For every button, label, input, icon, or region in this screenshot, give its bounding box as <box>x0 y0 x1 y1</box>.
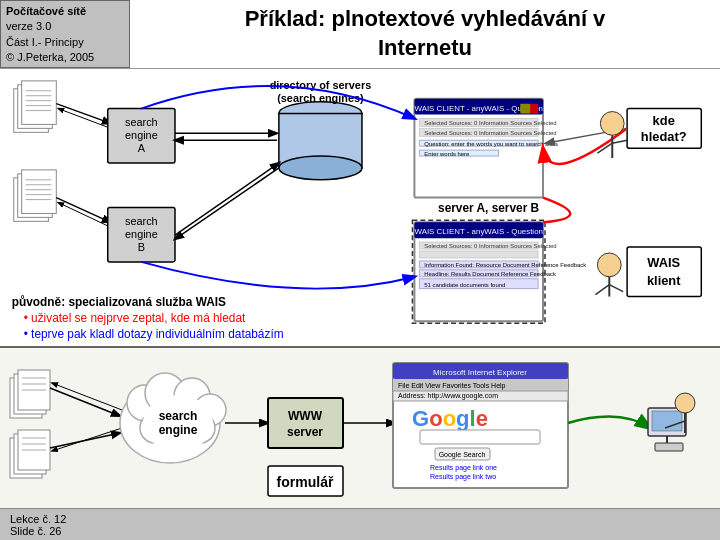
svg-text:Information Found: Resource Do: Information Found: Resource Document Ref… <box>424 262 586 268</box>
svg-text:Selected Sources: 0 Informatio: Selected Sources: 0 Information Sources … <box>424 130 556 136</box>
svg-text:(search engines): (search engines) <box>277 92 364 104</box>
svg-rect-49 <box>520 104 530 114</box>
svg-text:hledat?: hledat? <box>641 129 687 144</box>
svg-text:WAIS: WAIS <box>647 255 680 270</box>
bottom-diagram: search engine WWW server Microsoft Inter… <box>0 348 720 508</box>
svg-text:klient: klient <box>647 273 681 288</box>
svg-text:WAIS CLIENT - anyWAIS - Questi: WAIS CLIENT - anyWAIS - Question <box>414 227 542 236</box>
top-diagram: search engine A search engine B director… <box>0 68 720 348</box>
svg-line-74 <box>612 140 627 143</box>
svg-point-30 <box>279 156 362 180</box>
slide-info: Lekce č. 12 Slide č. 26 <box>10 513 66 537</box>
svg-text:formulář: formulář <box>277 474 334 490</box>
svg-line-94 <box>50 388 120 416</box>
svg-rect-55 <box>419 251 538 258</box>
svg-rect-109 <box>268 398 343 448</box>
svg-text:původně: specializovaná služba: původně: specializovaná služba WAIS <box>12 295 226 309</box>
info-version: verze 3.0 <box>6 19 124 34</box>
svg-line-17 <box>56 198 110 223</box>
svg-text:B: B <box>138 241 145 253</box>
svg-text:Microsoft Internet Explorer: Microsoft Internet Explorer <box>433 368 527 377</box>
svg-text:Headline: Results Document Ref: Headline: Results Document Reference Fee… <box>424 271 556 277</box>
svg-text:engine: engine <box>125 129 158 141</box>
svg-line-16 <box>56 104 110 124</box>
svg-text:Enter words here: Enter words here <box>424 151 470 157</box>
svg-text:51 candidate documents found: 51 candidate documents found <box>424 282 505 288</box>
svg-line-97 <box>52 428 122 451</box>
svg-line-77 <box>595 285 609 295</box>
svg-text:search: search <box>125 116 158 128</box>
svg-point-130 <box>675 393 695 413</box>
info-author: © J.Peterka, 2005 <box>6 50 124 65</box>
svg-text:Address: http://www.google.com: Address: http://www.google.com <box>398 392 498 400</box>
svg-text:kde: kde <box>653 113 675 128</box>
svg-text:server A, server B: server A, server B <box>438 201 540 215</box>
svg-text:Results page link two: Results page link two <box>430 473 496 481</box>
svg-text:Selected Sources: 0 Informatio: Selected Sources: 0 Information Sources … <box>424 243 556 249</box>
svg-text:• teprve pak kladl dotazy indi: • teprve pak kladl dotazy individuálním … <box>24 327 284 341</box>
svg-rect-2 <box>22 81 57 125</box>
svg-line-35 <box>175 163 279 235</box>
svg-line-78 <box>609 285 623 292</box>
svg-line-36 <box>175 168 279 239</box>
svg-line-18 <box>58 109 110 129</box>
svg-text:A: A <box>138 142 146 154</box>
svg-text:Google: Google <box>412 406 488 431</box>
svg-rect-133 <box>655 443 683 451</box>
svg-point-71 <box>600 112 624 136</box>
svg-text:search: search <box>159 409 198 423</box>
svg-text:• uživatel se nejprve zeptal, : • uživatel se nejprve zeptal, kde má hle… <box>24 311 246 325</box>
page-title: Příklad: plnotextové vyhledávání v Inter… <box>245 5 606 62</box>
svg-text:Results page link one: Results page link one <box>430 464 497 472</box>
svg-line-96 <box>52 383 122 410</box>
info-box: Počítačové sítě verze 3.0 Část I.- Princ… <box>0 0 130 68</box>
svg-rect-10 <box>22 170 57 214</box>
svg-text:search: search <box>125 215 158 227</box>
svg-text:Google Search: Google Search <box>439 451 486 459</box>
svg-rect-121 <box>420 430 540 444</box>
svg-text:Question: enter the words you : Question: enter the words you want to se… <box>424 141 558 147</box>
svg-text:server: server <box>287 425 323 439</box>
info-title: Počítačové sítě <box>6 4 124 19</box>
svg-text:engine: engine <box>125 228 158 240</box>
bottom-bar: Lekce č. 12 Slide č. 26 <box>0 508 720 540</box>
svg-text:Selected Sources: 0 Informatio: Selected Sources: 0 Information Sources … <box>424 120 556 126</box>
svg-text:File Edit View Favorites Tools: File Edit View Favorites Tools Help <box>398 382 506 390</box>
svg-line-19 <box>58 203 110 228</box>
svg-text:engine: engine <box>159 423 198 437</box>
info-part: Část I.- Principy <box>6 35 124 50</box>
svg-point-75 <box>597 253 621 277</box>
title-area: Příklad: plnotextové vyhledávání v Inter… <box>130 0 720 68</box>
svg-text:WWW: WWW <box>288 409 323 423</box>
svg-text:directory of servers: directory of servers <box>270 79 372 91</box>
